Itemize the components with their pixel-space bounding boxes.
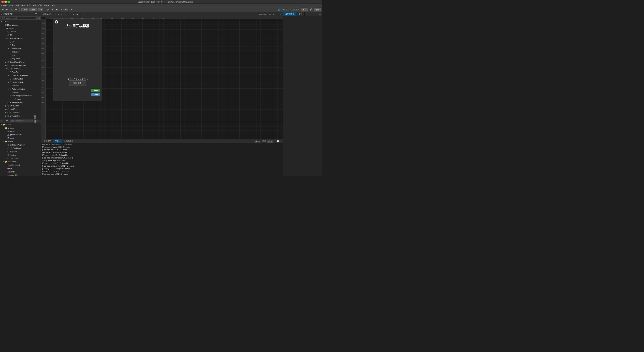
scene-tree-item-title[interactable]: ⬡ Title (0, 43, 41, 47)
menu-edit[interactable]: 编辑 (21, 4, 25, 7)
tab-animation-editor[interactable]: 动画编辑器 (63, 139, 75, 143)
nav-prev-icon[interactable]: ◁ (319, 13, 320, 15)
scene-tree-item-prop-group[interactable]: ⬡ PropGroup (0, 70, 41, 74)
hierarchy-search-icon[interactable]: 🔍 (35, 13, 38, 15)
globe-icon[interactable]: 🌐 (277, 8, 281, 11)
asset-search-input[interactable] (10, 120, 33, 122)
scene-tree-item-life-track-scroll-view[interactable]: ▶ ⬡ LifeTrackScrollView (0, 74, 41, 77)
menu-cocos-creator[interactable]: Cocos Creator (1, 4, 13, 6)
import-icon[interactable]: ⤓ (3, 120, 5, 122)
asset-search-icon-left[interactable]: 🔍 (6, 120, 8, 122)
scene-tree-item-load-button[interactable]: ▶ ⬡ LoadButton (0, 107, 41, 111)
scene-tree-item-home-button[interactable]: ▶ ⬡ HomeButton (0, 111, 41, 114)
tab-asset-preview[interactable]: 资源预览 (42, 139, 52, 143)
scene-tree-item-achievement-hint[interactable]: ⬡ AchievementHint (0, 101, 41, 104)
scene-tree-item-tips[interactable]: ⬡ tips (0, 53, 41, 57)
asset-tree-item-github-square[interactable]: 🖼 github-square (0, 133, 41, 136)
scene-tree-item-restart-button[interactable]: ▶ ⬡ RestartButton (0, 77, 41, 80)
scene-selector[interactable]: 当前场景 (60, 8, 69, 11)
asset-tree-item-frame[interactable]: 🖼 frame (0, 130, 41, 133)
scene-tool-redo[interactable]: ↪ (76, 13, 78, 16)
network-icon[interactable]: 🔗 (309, 8, 313, 11)
asset-tree-item-achievement[interactable]: {} achievement (0, 163, 41, 167)
step-button[interactable]: ⏭ (56, 8, 59, 11)
toolbar-undo-btn[interactable]: ↩ (1, 8, 4, 11)
filter-icon[interactable]: ▼ (274, 140, 276, 142)
minimize-button[interactable] (4, 1, 7, 3)
search-refresh-icon[interactable]: ↺ (39, 17, 40, 19)
scene-tree-item-tag-cloud[interactable]: ⬡ TagCloud (0, 57, 41, 60)
scene-tool-scale[interactable]: ⤡ (64, 13, 66, 16)
search-expand-icon[interactable]: ⤢ (37, 17, 38, 19)
scene-tool-undo[interactable]: ↩ (72, 13, 75, 16)
hierarchy-options-icon[interactable]: ⋮ (38, 13, 40, 15)
scene-grid-icon[interactable]: ⊞ (272, 13, 275, 16)
asset-tree-item-assets[interactable]: ▼ 📁 assets (0, 123, 41, 126)
filter-level-select[interactable]: 全 (267, 140, 273, 143)
remote-label[interactable]: 远程 (301, 8, 308, 11)
scene-options-icon[interactable]: ⋮ (279, 13, 282, 16)
asset-tree-item-happy-life[interactable]: {} happy_life (0, 173, 41, 176)
scene-tree-item-start-menu-panel[interactable]: ▼ ⬡ StartMenuPanel (0, 37, 41, 40)
scene-camera-icon[interactable]: 📷 (268, 13, 271, 16)
scene-tree-item-label[interactable]: ⬡ Label (0, 50, 41, 53)
scene-tool-next[interactable]: ▷ (82, 13, 85, 16)
menu-node[interactable]: 节点 (27, 4, 30, 7)
2d-mode-button[interactable]: 2D (38, 8, 43, 11)
scene-tool-prev[interactable]: ◁ (79, 13, 82, 16)
scene-fullscreen-icon[interactable]: ⛶ (275, 13, 278, 16)
toolbar-settings-btn[interactable]: ⚙ (14, 8, 18, 11)
asset-tree-item-images[interactable]: ▼ 📁 images (0, 126, 41, 130)
game-save-button[interactable]: Save (91, 89, 100, 92)
asset-tree-item-distribute-prop-item[interactable]: ⬡ DistributePropItem (0, 143, 41, 147)
scene-tree-item-canvas[interactable]: ▼ ⬡ Canvas (0, 27, 41, 30)
scene-search-input[interactable] (1, 17, 36, 19)
asset-tree-item-tag-item[interactable]: ⬡ TagItem (0, 153, 41, 157)
scene-tree-item-distribute-prop-panel[interactable]: ▶ ⬡ DistributePropPanel (0, 64, 41, 67)
asset-tree-item-events[interactable]: {} events (0, 170, 41, 173)
tab-services[interactable]: 服务 (297, 12, 305, 16)
pivot-button[interactable]: Pivot (21, 8, 28, 11)
scene-tree-item-label2[interactable]: ⬡ Label (0, 84, 41, 87)
refresh-button[interactable]: ↺ (70, 8, 73, 11)
scene-tree-item-label3[interactable]: ⬡ Label (0, 91, 41, 94)
window-controls[interactable] (1, 1, 10, 3)
game-load-button[interactable]: Load (91, 93, 100, 96)
scene-tree-item-bg2[interactable]: ⬡ BG (0, 40, 41, 43)
scene-tree-item-select-talent-panel[interactable]: ▶ ⬡ SelectTalentPanel (0, 60, 41, 64)
asset-refresh-icon[interactable]: ↺ (39, 120, 40, 122)
menu-file[interactable]: 文件 (15, 4, 19, 7)
scene-tool-rect[interactable]: □ (67, 13, 70, 16)
asset-tree-item-prefab[interactable]: ▼ 📁 Prefab (0, 140, 41, 143)
toolbar-redo-btn[interactable]: ↪ (6, 8, 9, 11)
scene-tree-item-change-speed-button[interactable]: ▼ ⬡ ChangeSpeedButton (0, 94, 41, 97)
account-label[interactable]: 账号 (314, 8, 321, 11)
scene-tree-item-save-button[interactable]: ▶ ⬡ SaveButton (0, 104, 41, 107)
local-button[interactable]: Local (29, 8, 37, 11)
tab-properties[interactable]: 属性检查器 (283, 12, 297, 16)
add-node-icon[interactable]: + (1, 13, 2, 15)
scene-tree-item-bg[interactable]: ⬡ BG (0, 33, 41, 37)
asset-tree-item-home[interactable]: 🖼 home (0, 136, 41, 140)
scene-tree-item-main-camera[interactable]: ⬡ Main Camera (0, 23, 41, 27)
scene-tool-rotate[interactable]: ↻ (60, 13, 63, 16)
scene-tree-item-main[interactable]: ▼ ⬡ Main (0, 20, 41, 23)
asset-tree-item-prop-item[interactable]: ⬡ PropItem (0, 150, 41, 153)
scene-tree-item-auto-play-button[interactable]: ▼ ⬡ AutoPlayButton (0, 87, 41, 91)
scene-tree-item-next-year-button[interactable]: ▶ ⬡ NextYearButton (0, 80, 41, 84)
scene-tree-item-start-button[interactable]: ▼ ⬡ StartButton (0, 47, 41, 50)
toolbar-link-btn[interactable]: ⛓ (10, 8, 13, 11)
asset-tree-item-talent-item[interactable]: ⬡ TalentItem (0, 157, 41, 160)
pause-button[interactable]: ⏸ (51, 8, 54, 11)
console-options-icon[interactable]: ⋮ (280, 140, 282, 142)
game-start-button[interactable]: 立即重开 (69, 80, 86, 86)
scene-tool-cursor[interactable]: ↗ (54, 13, 56, 16)
clear-button[interactable]: Clear (254, 140, 261, 142)
scene-tree-item-life-track-panel[interactable]: ▼ ⬡ LifeTrackPanel (0, 67, 41, 70)
console-save-icon[interactable]: 💾 (277, 140, 279, 142)
asset-tree-item-age[interactable]: {} age (0, 167, 41, 170)
asset-tree-item-resources[interactable]: ▼ 📁 resources (0, 160, 41, 163)
console-output[interactable]: [Package] menu@1.0.0 enable[Package] pro… (41, 143, 283, 176)
scene-canvas[interactable]: -500 -400 -300 -200 -100 0 100 200 300 4… (41, 17, 283, 139)
menu-extension[interactable]: 扩展 (38, 4, 42, 7)
